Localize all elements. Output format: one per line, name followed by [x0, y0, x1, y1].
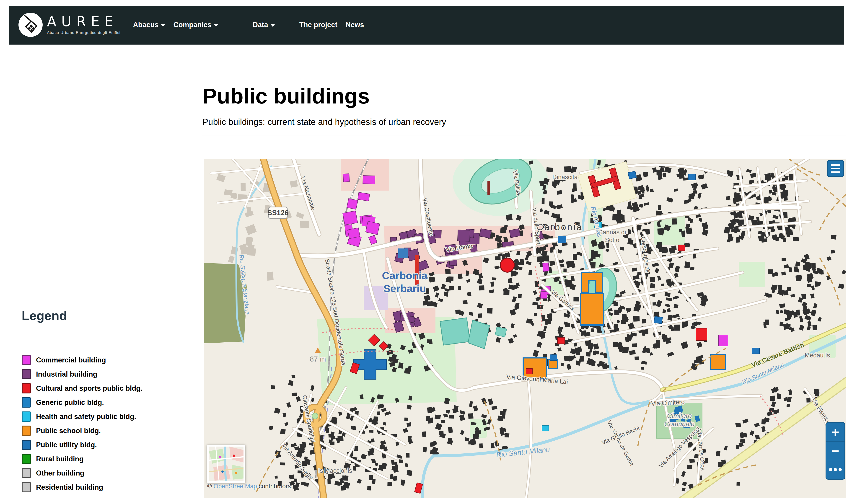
- osm-attribution: © OpenStreetMap contributors.: [207, 483, 292, 490]
- page-subtitle: Public buildings: current state and hypo…: [202, 117, 446, 127]
- legend-swatch: [22, 482, 31, 492]
- nav-item-the-project[interactable]: The project: [300, 21, 338, 29]
- legend-item: Commercial building: [22, 355, 195, 365]
- hamburger-icon: [831, 164, 840, 166]
- legend-title: Legend: [22, 308, 195, 323]
- cultural-round-building: [500, 258, 514, 272]
- map-label-is-maccionis: Is Maccionis: [318, 467, 352, 474]
- legend-item: Other building: [22, 468, 195, 478]
- legend-item: Public school bldg.: [22, 426, 195, 436]
- svg-text:Sotto: Sotto: [605, 237, 619, 244]
- map-menu-button[interactable]: [827, 160, 844, 177]
- legend-panel: Legend Commercial building Industrial bu…: [22, 308, 195, 496]
- map-label-medau-is: Medau Is: [804, 352, 830, 359]
- legend-swatch: [22, 426, 31, 436]
- nav-item-news[interactable]: News: [346, 21, 364, 29]
- legend-item: Generic public bldg.: [22, 397, 195, 408]
- legend-swatch: [22, 369, 31, 379]
- legend-item: Residential building: [22, 482, 195, 492]
- school-building: [711, 355, 726, 369]
- auree-logo-icon: [18, 13, 43, 37]
- legend-item: Cultural and sports public bldg.: [22, 383, 195, 393]
- page-title: Public buildings: [202, 85, 370, 108]
- legend-swatch: [22, 454, 31, 464]
- chevron-down-icon: [271, 24, 275, 27]
- map-label-cimitero-comunale: Cimitero: [667, 412, 692, 419]
- commercial-building: [719, 335, 728, 346]
- brand-logo[interactable]: AUREE Abaco Urbano Energetico degli Edif…: [18, 13, 120, 37]
- roundabout: [312, 413, 318, 419]
- legend-swatch: [22, 397, 31, 408]
- svg-text:Serbariu: Serbariu: [383, 283, 426, 294]
- main-menu: Abacus Companies Data The project News: [133, 21, 364, 29]
- legend-swatch: [22, 440, 31, 450]
- zoom-in-button[interactable]: +: [826, 423, 845, 442]
- nav-item-companies[interactable]: Companies: [173, 21, 218, 29]
- nav-item-abacus[interactable]: Abacus: [133, 21, 165, 29]
- map-label-serbariu: Carbonia: [382, 270, 428, 282]
- page: AUREE Abaco Urbano Energetico degli Edif…: [0, 0, 852, 504]
- overview-map[interactable]: [207, 445, 245, 483]
- overview-map-thumbnail: [209, 447, 243, 481]
- svg-text:SS126: SS126: [267, 209, 288, 217]
- svg-text:87 m: 87 m: [310, 355, 326, 363]
- map-zoom-controls: + −: [826, 422, 845, 480]
- header-divider: [202, 135, 846, 136]
- osm-link[interactable]: OpenStreetMap: [213, 483, 257, 490]
- nav-item-data[interactable]: Data: [253, 21, 274, 29]
- route-badge-ss126: SS126: [267, 207, 288, 218]
- legend-swatch: [22, 383, 31, 393]
- chevron-down-icon: [161, 24, 165, 27]
- map-label-carbonia: Carbonia: [537, 222, 583, 232]
- legend-item: Health and safety public bldg.: [22, 411, 195, 422]
- map-canvas[interactable]: Carbonia Carbonia Serbariu Rinascita Can…: [204, 159, 846, 498]
- svg-text:Comunale: Comunale: [664, 420, 694, 428]
- map-viewport[interactable]: Carbonia Carbonia Serbariu Rinascita Can…: [204, 159, 846, 498]
- legend-swatch: [22, 355, 31, 365]
- legend-swatch: [22, 411, 31, 422]
- map-label-rinascita: Rinascita: [552, 174, 578, 181]
- zoom-out-button[interactable]: −: [826, 442, 845, 460]
- brand-subtitle: Abaco Urbano Energetico degli Edifici: [47, 31, 120, 35]
- legend-swatch: [22, 468, 31, 478]
- chevron-down-icon: [214, 24, 218, 27]
- legend-item: Rural building: [22, 454, 195, 464]
- legend-item: Industrial building: [22, 369, 195, 379]
- navbar: AUREE Abaco Urbano Energetico degli Edif…: [9, 6, 844, 45]
- school-building: [581, 293, 603, 325]
- brand-name: AUREE: [47, 15, 120, 28]
- ellipsis-icon: [829, 468, 842, 471]
- more-options-button[interactable]: [826, 460, 845, 479]
- legend-item: Public utility bldg.: [22, 440, 195, 450]
